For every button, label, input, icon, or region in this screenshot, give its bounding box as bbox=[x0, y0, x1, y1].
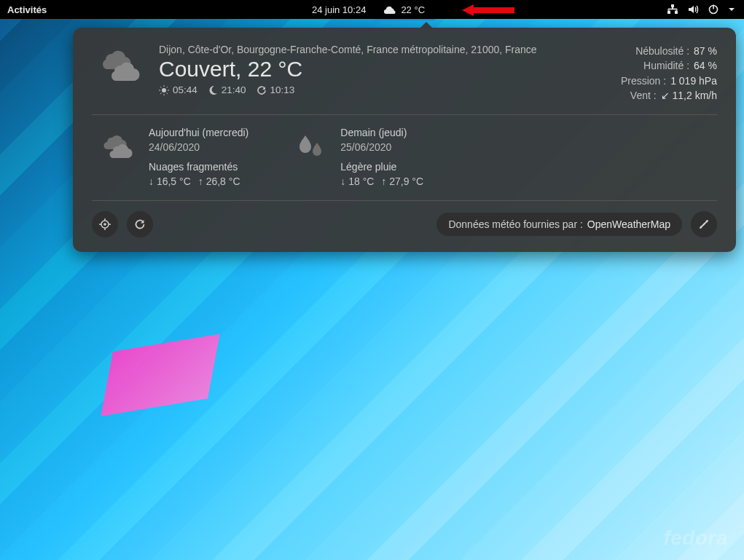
svg-point-23 bbox=[706, 221, 708, 223]
forecast-date: 24/06/2020 bbox=[149, 140, 248, 154]
svg-point-5 bbox=[162, 88, 166, 92]
svg-point-22 bbox=[700, 226, 702, 229]
indicator-highlight bbox=[373, 19, 435, 20]
current-details: Nébulosité :87 % Humidité :64 % Pression… bbox=[621, 44, 717, 103]
weather-popup: Dijon, Côte-d'Or, Bourgogne-Franche-Comt… bbox=[73, 28, 736, 252]
condition-text: Couvert, 22 °C bbox=[159, 57, 605, 82]
distro-watermark: fedora bbox=[663, 527, 728, 550]
clock[interactable]: 24 juin 10:24 bbox=[312, 4, 366, 15]
weather-indicator[interactable]: 22 °C bbox=[376, 0, 432, 19]
activities-button[interactable]: Activités bbox=[0, 4, 54, 15]
svg-rect-2 bbox=[675, 11, 678, 14]
forecast-temps: ↓ 18 °C↑ 27,9 °C bbox=[340, 174, 423, 189]
top-bar-center: 24 juin 10:24 22 °C bbox=[312, 0, 432, 19]
svg-line-11 bbox=[167, 92, 168, 93]
sunset: 21:40 bbox=[208, 84, 246, 95]
divider bbox=[92, 200, 717, 201]
divider bbox=[92, 114, 717, 115]
svg-rect-1 bbox=[667, 11, 670, 14]
forecast-day: Aujourd'hui (mercredi) bbox=[149, 125, 248, 140]
popup-footer: Données météo fournies par : OpenWeather… bbox=[92, 211, 717, 237]
sun-times: 05:44 21:40 10:13 bbox=[159, 84, 605, 95]
cloudy-icon bbox=[96, 133, 136, 165]
svg-rect-4 bbox=[713, 5, 714, 9]
settings-button[interactable] bbox=[691, 211, 717, 237]
weather-temp: 22 °C bbox=[401, 4, 425, 15]
top-bar: Activités 24 juin 10:24 22 °C bbox=[0, 0, 744, 19]
data-provider[interactable]: Données météo fournies par : OpenWeather… bbox=[436, 213, 682, 236]
forecast-temps: ↓ 16,5 °C↑ 26,8 °C bbox=[149, 174, 248, 189]
forecast-today: Aujourd'hui (mercredi) 24/06/2020 Nuages… bbox=[96, 125, 248, 189]
forecast-day: Demain (jeudi) bbox=[340, 125, 423, 140]
locate-button[interactable] bbox=[92, 211, 118, 237]
refresh-icon bbox=[257, 85, 267, 95]
location-text: Dijon, Côte-d'Or, Bourgogne-Franche-Comt… bbox=[159, 44, 605, 55]
cloud-icon bbox=[383, 4, 396, 15]
provider-link[interactable]: OpenWeatherMap bbox=[587, 218, 670, 230]
forecast-condition: Légère pluie bbox=[340, 159, 423, 174]
svg-point-15 bbox=[103, 224, 106, 226]
overcast-icon bbox=[92, 47, 143, 89]
rain-icon bbox=[292, 133, 327, 165]
power-icon[interactable] bbox=[708, 4, 719, 15]
svg-rect-0 bbox=[671, 4, 674, 7]
sunset-icon bbox=[208, 85, 218, 95]
annotation-arrow bbox=[462, 4, 514, 16]
forecast-date: 25/06/2020 bbox=[340, 140, 423, 154]
sunrise-icon bbox=[159, 85, 169, 95]
sunrise: 05:44 bbox=[159, 84, 197, 95]
forecast-condition: Nuages fragmentés bbox=[149, 159, 248, 174]
svg-line-13 bbox=[167, 87, 168, 87]
forecast-row: Aujourd'hui (mercredi) 24/06/2020 Nuages… bbox=[92, 125, 717, 189]
network-icon[interactable] bbox=[667, 4, 678, 15]
refresh-button[interactable] bbox=[127, 211, 153, 237]
current-conditions: Dijon, Côte-d'Or, Bourgogne-Franche-Comt… bbox=[92, 44, 717, 103]
svg-line-10 bbox=[160, 87, 161, 87]
chevron-down-icon[interactable] bbox=[728, 6, 735, 13]
volume-icon[interactable] bbox=[687, 4, 699, 15]
last-refresh: 10:13 bbox=[257, 84, 295, 95]
system-tray bbox=[667, 4, 744, 15]
svg-line-12 bbox=[160, 92, 161, 93]
wallpaper-accent bbox=[101, 334, 219, 417]
forecast-tomorrow: Demain (jeudi) 25/06/2020 Légère pluie ↓… bbox=[292, 125, 423, 189]
